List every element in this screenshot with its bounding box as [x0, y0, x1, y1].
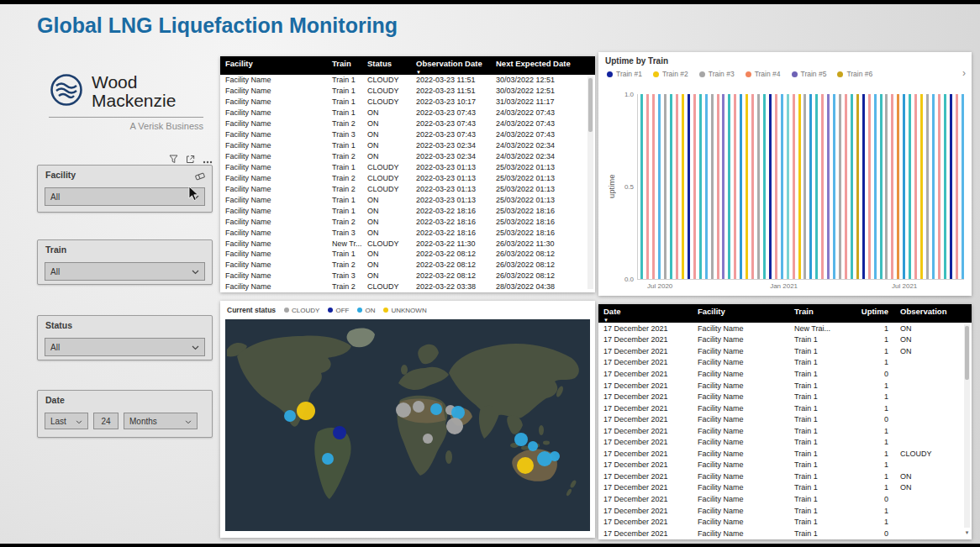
date-range-unit-dropdown[interactable]: Months [124, 413, 198, 429]
facility-marker-on[interactable] [284, 410, 296, 422]
column-header-observation-date[interactable]: Observation Date▼ [411, 56, 491, 75]
table-row[interactable]: 17 December 2021Facility NameTrain 10 [598, 528, 972, 539]
facility-marker-cloudy[interactable] [446, 418, 463, 434]
table-row[interactable]: 17 December 2021Facility NameTrain 10 [598, 413, 972, 425]
table-row[interactable]: Facility NameTrain 1ON2022-03-22 08:1226… [220, 249, 595, 260]
status-slicer: Status All [37, 315, 213, 360]
table-row[interactable]: Facility NameTrain 2CLOUDY2022-03-23 01:… [220, 183, 595, 194]
table-row[interactable]: 17 December 2021Facility NameTrain 11 [598, 391, 972, 402]
column-header-observation[interactable]: Observation [890, 304, 957, 323]
table-row[interactable]: Facility NameTrain 3ON2022-03-22 18:1625… [220, 227, 595, 238]
column-header-train[interactable]: Train [789, 304, 852, 323]
scrollbar-thumb[interactable] [965, 326, 969, 380]
table-row[interactable]: 17 December 2021Facility NameTrain 11 [598, 402, 972, 414]
train-dropdown[interactable]: All [45, 262, 205, 281]
facility-marker-on[interactable] [550, 451, 560, 461]
table-row[interactable]: 17 December 2021Facility NameTrain 11ON [598, 482, 972, 494]
table-row[interactable]: Facility NameTrain 2CLOUDY2022-03-23 01:… [220, 172, 595, 183]
obs-table-scrollbar[interactable] [587, 76, 593, 289]
facility-marker-on[interactable] [322, 453, 334, 465]
table-row[interactable]: 17 December 2021Facility NameTrain 11 [598, 425, 972, 437]
column-header-facility[interactable]: Facility [220, 56, 327, 75]
legend-item-train-2[interactable]: Train #2 [653, 70, 688, 78]
facility-marker-cloudy[interactable] [413, 401, 424, 413]
facility-marker-off[interactable] [333, 426, 346, 439]
legend-item-train-4[interactable]: Train #4 [746, 70, 781, 78]
table-row[interactable]: 17 December 2021Facility NameTrain 11 [598, 505, 972, 517]
facility-marker-unknown[interactable] [297, 402, 315, 420]
table-row[interactable]: Facility NameNew Tr...CLOUDY2022-03-22 1… [220, 238, 595, 249]
table-row[interactable]: Facility NameTrain 1CLOUDY2022-03-23 01:… [220, 162, 595, 173]
legend-label: Train #5 [801, 70, 827, 78]
table-row[interactable]: Facility NameTrain 2ON2022-03-22 18:1625… [220, 216, 595, 227]
facility-marker-unknown[interactable] [517, 457, 534, 474]
world-map[interactable] [225, 319, 590, 531]
table-row[interactable]: 17 December 2021Facility NameTrain 11ON [598, 345, 972, 357]
facility-marker-on[interactable] [514, 433, 528, 446]
table-row[interactable]: Facility NameTrain 1ON2022-03-23 02:3424… [220, 140, 595, 151]
clear-selections-icon[interactable] [195, 170, 206, 185]
map-legend-item-unknown[interactable]: UNKNOWN [383, 307, 426, 314]
scroll-down-arrow-icon[interactable]: ▾ [963, 529, 971, 536]
legend-item-train-5[interactable]: Train #5 [792, 70, 827, 78]
x-tick-label: Jan 2021 [770, 282, 798, 290]
cell: Facility Name [220, 130, 327, 139]
uptime-bar [664, 94, 667, 279]
table-row[interactable]: 17 December 2021Facility NameTrain 11CLO… [598, 448, 972, 460]
map-legend-item-cloudy[interactable]: CLOUDY [284, 307, 319, 314]
facility-marker-cloudy[interactable] [423, 434, 433, 444]
column-header-facility[interactable]: Facility [693, 304, 789, 323]
table-row[interactable]: 17 December 2021Facility NameTrain 10 [598, 368, 972, 380]
table-row[interactable]: Facility NameTrain 3ON2022-03-23 07:4324… [220, 129, 595, 140]
table-row[interactable]: Facility NameTrain 2ON2022-03-22 08:1226… [220, 260, 595, 271]
table-row[interactable]: Facility NameTrain 1CLOUDY2022-03-23 10:… [220, 97, 595, 108]
table-row[interactable]: 17 December 2021Facility NameTrain 11 [598, 460, 972, 471]
table-row[interactable]: Facility NameTrain 2ON2022-03-23 02:3424… [220, 151, 595, 162]
table-row[interactable]: 17 December 2021Facility NameTrain 11 [598, 357, 972, 369]
map-legend-item-off[interactable]: OFF [328, 307, 349, 314]
table-row[interactable]: Facility NameTrain 2CLOUDY2022-03-22 03:… [220, 281, 595, 292]
table-row[interactable]: 17 December 2021Facility NameTrain 11 [598, 516, 972, 528]
facility-marker-on[interactable] [537, 451, 552, 466]
facility-marker-cloudy[interactable] [396, 402, 411, 418]
table-row[interactable]: 17 December 2021Facility NameTrain 11ON [598, 471, 972, 482]
table-row[interactable]: Facility NameTrain 1ON2022-03-23 01:1325… [220, 194, 595, 205]
table-row[interactable]: Facility NameTrain 3ON2022-03-22 08:1226… [220, 271, 595, 281]
legend-label: OFF [335, 307, 349, 314]
cell: 1 [852, 381, 890, 390]
status-dropdown[interactable]: All [45, 338, 205, 356]
facility-marker-on[interactable] [430, 403, 442, 415]
table-row[interactable]: 17 December 2021Facility NameTrain 10 [598, 493, 972, 505]
uptime-bar [757, 94, 760, 279]
column-header-status[interactable]: Status [362, 56, 411, 75]
column-header-train[interactable]: Train [327, 56, 362, 75]
daily-table-scrollbar[interactable] [964, 324, 970, 528]
sort-descending-icon: ▼ [416, 70, 491, 75]
table-row[interactable]: Facility NameTrain 1ON2022-03-23 07:4324… [220, 108, 595, 118]
table-row[interactable]: 17 December 2021Facility NameTrain 11 [598, 380, 972, 392]
facility-marker-on[interactable] [528, 441, 538, 451]
table-row[interactable]: Facility NameTrain 1ON2022-03-22 18:1625… [220, 205, 595, 216]
column-header-date[interactable]: Date▼ [598, 304, 693, 323]
table-row[interactable]: Facility NameTrain 1CLOUDY2022-03-23 11:… [220, 75, 595, 86]
facility-dropdown[interactable]: All [45, 187, 205, 206]
table-row[interactable]: Facility NameTrain 1CLOUDY2022-03-23 11:… [220, 86, 595, 97]
cell: Train 1 [327, 108, 362, 117]
table-row[interactable]: Facility NameTrain 2ON2022-03-23 07:4324… [220, 118, 595, 129]
cell: 2022-03-23 07:43 [411, 108, 491, 117]
facility-marker-on[interactable] [451, 406, 465, 419]
map-legend-item-on[interactable]: ON [357, 307, 375, 314]
legend-scroll-right-icon[interactable]: › [962, 67, 966, 79]
table-row[interactable]: 17 December 2021Facility NameTrain 11 [598, 436, 972, 448]
date-range-value-input[interactable]: 24 [93, 413, 119, 429]
legend-item-train-3[interactable]: Train #3 [699, 70, 735, 78]
date-range-mode-dropdown[interactable]: Last [45, 413, 88, 429]
legend-item-train-6[interactable]: Train #6 [837, 70, 872, 78]
legend-item-train-1[interactable]: Train #1 [607, 70, 642, 78]
cell: 2022-03-23 07:43 [411, 119, 491, 128]
column-header-next-expected-date[interactable]: Next Expected Date [491, 56, 578, 75]
table-row[interactable]: 17 December 2021Facility NameNew Trai...… [598, 323, 972, 334]
column-header-uptime[interactable]: Uptime [852, 304, 890, 323]
table-row[interactable]: 17 December 2021Facility NameTrain 11ON [598, 334, 972, 346]
scrollbar-thumb[interactable] [588, 78, 593, 132]
